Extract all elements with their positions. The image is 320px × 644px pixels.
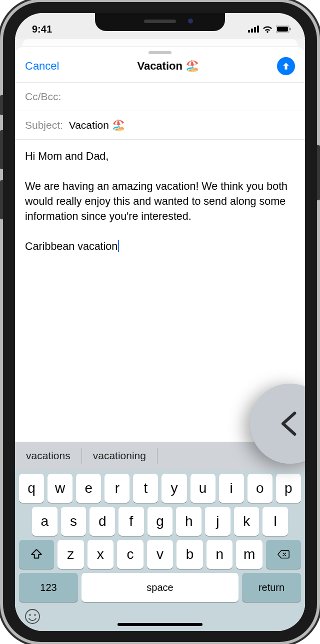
keyboard-footer [15,602,305,625]
key-r[interactable]: r [104,474,130,503]
return-key[interactable]: return [242,573,301,602]
subject-label: Subject: [25,119,63,131]
key-p[interactable]: p [276,474,301,503]
key-d[interactable]: d [90,507,115,536]
space-key[interactable]: space [82,573,238,602]
key-g[interactable]: g [148,507,173,536]
volume-down-button [0,180,3,219]
key-u[interactable]: u [190,474,216,503]
backspace-icon [277,548,290,561]
key-w[interactable]: w [48,474,72,503]
key-l[interactable]: l [262,507,288,536]
compose-nav: Cancel Vacation 🏖️ [15,56,305,82]
ccbcc-label: Cc/Bcc: [25,91,61,102]
key-i[interactable]: i [219,474,244,503]
svg-rect-6 [290,28,291,31]
key-f[interactable]: f [118,507,144,536]
key-t[interactable]: t [133,474,158,503]
key-c[interactable]: c [117,540,144,569]
blank-line [25,164,295,179]
compose-sheet: Cancel Vacation 🏖️ Cc/Bcc: Subject: Vaca… [15,47,305,631]
key-x[interactable]: x [88,540,114,569]
speaker [144,20,176,23]
key-b[interactable]: b [176,540,203,569]
backspace-key[interactable] [266,540,301,569]
text-cursor [118,240,119,252]
prediction-1[interactable]: vacations [15,448,82,464]
key-row-1: q w e r t y u i o p [15,470,305,503]
compose-title: Vacation 🏖️ [137,60,199,73]
key-a[interactable]: a [32,507,58,536]
body-paragraph: We are having an amazing vacation! We th… [25,179,295,224]
cancel-button[interactable]: Cancel [25,60,59,73]
key-z[interactable]: z [58,540,84,569]
home-indicator[interactable] [118,623,202,626]
shift-icon [30,548,43,561]
status-time: 9:41 [32,24,52,35]
keyboard: vacations vacationing q w e r t y u i o … [15,442,305,631]
body-line2: Caribbean vacation [25,240,118,252]
ccbcc-field[interactable]: Cc/Bcc: [15,82,305,111]
numbers-key[interactable]: 123 [19,573,78,602]
body-greeting: Hi Mom and Dad, [25,149,295,164]
key-row-4: 123 space return [15,569,305,602]
volume-up-button [0,130,3,169]
svg-rect-1 [251,29,253,33]
key-o[interactable]: o [248,474,272,503]
emoji-key-icon[interactable] [24,608,41,625]
send-button[interactable] [277,57,295,75]
svg-rect-2 [254,27,256,33]
svg-rect-5 [277,27,288,32]
prediction-2[interactable]: vacationing [82,448,158,464]
chevron-left-icon [276,410,304,438]
svg-point-7 [26,609,40,623]
screen: 9:41 Cancel Vacation 🏖️ Cc/Bcc: [15,13,305,631]
svg-point-9 [34,614,36,616]
power-button [317,145,320,200]
body-line2-wrap: Caribbean vacation [25,239,295,254]
arrow-up-icon [281,61,291,71]
sheet-grabber[interactable] [148,51,172,54]
iphone-device-frame: 9:41 Cancel Vacation 🏖️ Cc/Bcc: [0,0,320,644]
subject-field[interactable]: Subject: Vacation 🏖️ [15,111,305,139]
key-h[interactable]: h [176,507,202,536]
blank-line [25,224,295,239]
key-s[interactable]: s [61,507,86,536]
notch [95,13,225,31]
key-row-3: z x c v b n m [15,536,305,569]
subject-value: Vacation 🏖️ [69,119,125,131]
mute-switch [0,95,3,115]
key-y[interactable]: y [162,474,186,503]
key-e[interactable]: e [76,474,101,503]
key-k[interactable]: k [234,507,260,536]
svg-point-8 [29,614,31,616]
svg-rect-0 [248,30,250,33]
key-j[interactable]: j [205,507,230,536]
battery-icon [276,26,291,33]
status-icons [248,25,291,33]
svg-rect-3 [257,26,259,33]
key-v[interactable]: v [147,540,174,569]
key-row-2: a s d f g h j k l [15,503,305,536]
front-camera [188,19,193,24]
cellular-icon [248,26,259,33]
shift-key[interactable] [19,540,54,569]
key-q[interactable]: q [19,474,44,503]
message-body[interactable]: Hi Mom and Dad, We are having an amazing… [15,139,305,263]
key-n[interactable]: n [206,540,233,569]
wifi-icon [262,25,273,33]
key-m[interactable]: m [236,540,262,569]
background-card [22,39,298,47]
